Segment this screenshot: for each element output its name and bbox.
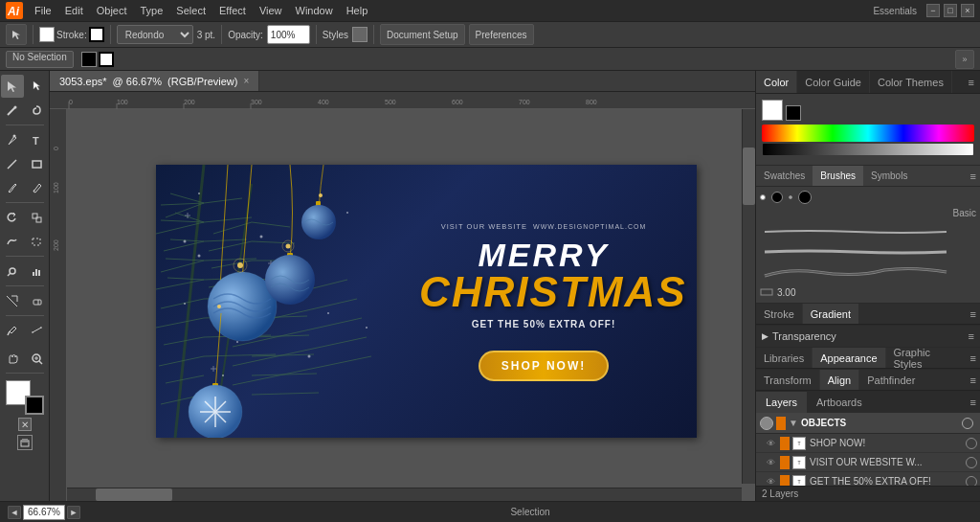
tab-symbols[interactable]: Symbols bbox=[863, 166, 915, 186]
stroke-color-box[interactable] bbox=[25, 396, 44, 415]
no-selection-btn[interactable]: No Selection bbox=[6, 51, 74, 68]
layer-target-2[interactable] bbox=[966, 457, 977, 468]
transparency-menu[interactable]: ≡ bbox=[969, 330, 974, 342]
horizontal-scrollbar[interactable] bbox=[67, 488, 742, 501]
sub-panel-menu-btn[interactable]: ≡ bbox=[967, 166, 980, 186]
brush-preview-2[interactable] bbox=[760, 241, 976, 262]
menu-window[interactable]: Window bbox=[290, 3, 339, 18]
transparency-header[interactable]: ▶ Transparency ≡ bbox=[756, 326, 980, 347]
menu-help[interactable]: Help bbox=[341, 3, 374, 18]
rect-tool[interactable] bbox=[26, 152, 49, 175]
font-select[interactable]: Redondo bbox=[117, 25, 193, 44]
selection-tool[interactable] bbox=[1, 75, 24, 98]
shop-now-button[interactable]: SHOP NOW! bbox=[479, 351, 609, 381]
brush-dot-small[interactable] bbox=[760, 194, 766, 200]
vertical-scrollbar[interactable] bbox=[742, 109, 755, 484]
layer-target-btn[interactable] bbox=[962, 418, 973, 429]
window-minimize-btn[interactable]: − bbox=[926, 4, 940, 17]
layer-item-visit[interactable]: 👁 T VISIT OUR WEBSITE W... bbox=[756, 453, 980, 472]
tab-stroke[interactable]: Stroke bbox=[756, 304, 803, 324]
free-transform-tool[interactable] bbox=[26, 230, 49, 253]
styles-swatch[interactable] bbox=[352, 27, 368, 42]
layer-target-3[interactable] bbox=[966, 476, 977, 487]
gray-gradient[interactable] bbox=[762, 144, 974, 155]
next-artboard-btn[interactable]: ► bbox=[67, 506, 80, 519]
menu-edit[interactable]: Edit bbox=[59, 3, 89, 18]
column-graph-tool[interactable] bbox=[26, 260, 49, 283]
layer-item-get[interactable]: 👁 T GET THE 50% EXTRA OFF! bbox=[756, 472, 980, 486]
type-tool[interactable]: T bbox=[26, 128, 49, 151]
opacity-input[interactable]: 100% bbox=[267, 25, 310, 44]
menu-view[interactable]: View bbox=[254, 3, 288, 18]
tab-pathfinder[interactable]: Pathfinder bbox=[859, 370, 923, 390]
symbol-sprayer-tool[interactable] bbox=[1, 260, 24, 283]
v-scrollbar-thumb[interactable] bbox=[743, 148, 755, 205]
zoom-display[interactable]: 66.67% bbox=[23, 505, 65, 520]
magic-wand-tool[interactable] bbox=[1, 99, 24, 122]
warp-tool[interactable] bbox=[1, 230, 24, 253]
tab-brushes[interactable]: Brushes bbox=[813, 166, 863, 186]
select-tool-btn[interactable] bbox=[6, 24, 27, 45]
tab-color-themes[interactable]: Color Themes bbox=[870, 71, 952, 93]
menu-object[interactable]: Object bbox=[91, 3, 133, 18]
brush-dot-large[interactable] bbox=[798, 191, 812, 204]
pen-tool[interactable] bbox=[1, 128, 24, 151]
background-color[interactable] bbox=[786, 105, 801, 121]
layer-item-shop-now[interactable]: 👁 T SHOP NOW! bbox=[756, 434, 980, 453]
scale-tool[interactable] bbox=[26, 206, 49, 229]
paintbrush-tool[interactable] bbox=[1, 176, 24, 199]
stroke-panel-menu[interactable]: ≡ bbox=[967, 304, 980, 324]
appearance-menu[interactable]: ≡ bbox=[967, 348, 980, 368]
zoom-tool[interactable] bbox=[26, 347, 49, 370]
h-scrollbar-thumb[interactable] bbox=[96, 488, 172, 501]
brush-preview-1[interactable] bbox=[760, 220, 976, 241]
tab-appearance[interactable]: Appearance bbox=[813, 348, 885, 368]
panel-menu-btn[interactable]: ≡ bbox=[963, 71, 980, 93]
menu-type[interactable]: Type bbox=[135, 3, 169, 18]
layer-vis-3[interactable]: 👁 bbox=[764, 475, 777, 487]
document-tab[interactable]: 3053.eps* @ 66.67% (RGB/Preview) × bbox=[50, 71, 259, 91]
pencil-tool[interactable] bbox=[26, 176, 49, 199]
layer-vis-1[interactable]: 👁 bbox=[764, 437, 777, 450]
hand-tool[interactable] bbox=[1, 347, 24, 370]
document-setup-btn[interactable]: Document Setup bbox=[380, 24, 465, 45]
panel-collapse-btn[interactable]: » bbox=[955, 50, 974, 69]
layers-menu[interactable]: ≡ bbox=[967, 392, 980, 413]
menu-select[interactable]: Select bbox=[170, 3, 212, 18]
foreground-color[interactable] bbox=[762, 100, 783, 121]
window-close-btn[interactable]: × bbox=[961, 4, 974, 17]
tab-color[interactable]: Color bbox=[756, 71, 797, 93]
rotate-tool[interactable] bbox=[1, 206, 24, 229]
eraser-tool[interactable] bbox=[26, 289, 49, 312]
color-spectrum[interactable] bbox=[762, 125, 974, 142]
tab-libraries[interactable]: Libraries bbox=[756, 348, 813, 368]
tab-gradient[interactable]: Gradient bbox=[803, 304, 858, 324]
tab-graphic-styles[interactable]: Graphic Styles bbox=[886, 348, 967, 368]
change-mode-btn[interactable] bbox=[17, 435, 33, 450]
stroke-swatch[interactable] bbox=[89, 27, 104, 42]
none-color-btn[interactable]: ✕ bbox=[18, 418, 32, 431]
brush-dot-medium[interactable] bbox=[771, 192, 783, 203]
fill-black-swatch[interactable] bbox=[81, 52, 97, 67]
prev-artboard-btn[interactable]: ◄ bbox=[8, 506, 21, 519]
layer-vis-2[interactable]: 👁 bbox=[764, 456, 777, 469]
tab-color-guide[interactable]: Color Guide bbox=[797, 71, 870, 93]
layer-visibility-eye[interactable] bbox=[760, 417, 773, 430]
layer-target-1[interactable] bbox=[966, 438, 977, 449]
layer-expand-arrow[interactable]: ▼ bbox=[789, 418, 798, 428]
slice-tool[interactable] bbox=[1, 289, 24, 312]
align-menu[interactable]: ≡ bbox=[967, 370, 980, 390]
measure-tool[interactable] bbox=[26, 319, 49, 342]
brush-preview-3[interactable] bbox=[760, 262, 976, 285]
tab-swatches[interactable]: Swatches bbox=[756, 166, 813, 186]
menu-file[interactable]: File bbox=[29, 3, 57, 18]
tab-align[interactable]: Align bbox=[820, 370, 859, 390]
window-maximize-btn[interactable]: □ bbox=[944, 4, 957, 17]
lasso-tool[interactable] bbox=[26, 99, 49, 122]
tab-transform[interactable]: Transform bbox=[756, 370, 820, 390]
line-tool[interactable] bbox=[1, 152, 24, 175]
menu-effect[interactable]: Effect bbox=[213, 3, 252, 18]
tab-close-btn[interactable]: × bbox=[243, 76, 249, 86]
canvas-area[interactable]: 0 100 200 300 400 500 600 700 800 bbox=[50, 92, 755, 501]
preferences-btn[interactable]: Preferences bbox=[469, 24, 534, 45]
